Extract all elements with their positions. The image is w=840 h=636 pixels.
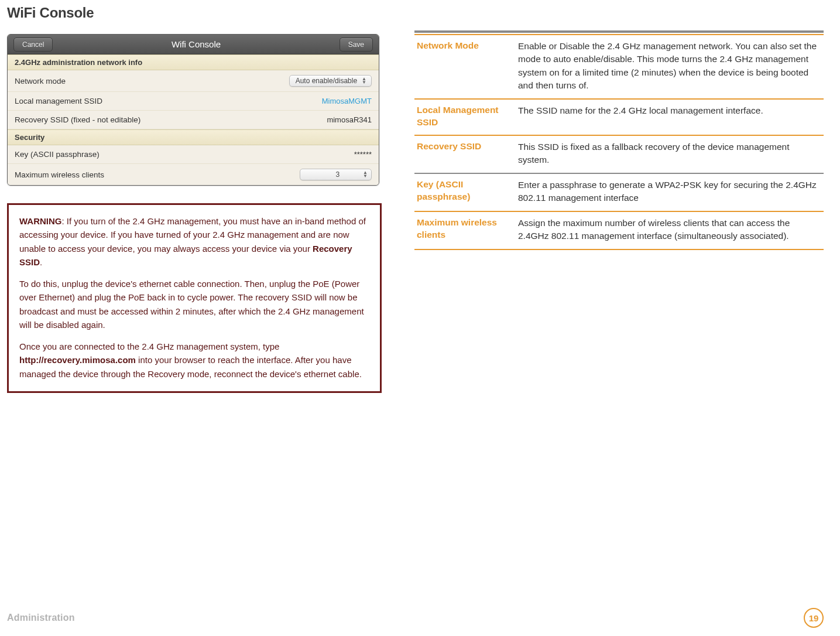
def-desc: Assign the maximum number of wireless cl… xyxy=(518,217,821,243)
local-ssid-label: Local management SSID xyxy=(15,97,102,105)
def-desc: This SSID is fixed as a fallback recover… xyxy=(518,141,821,167)
network-mode-select[interactable]: Auto enable/disable ▲▼ xyxy=(289,75,372,87)
warning-bold: WARNING xyxy=(19,216,62,226)
def-desc: The SSID name for the 2.4 GHz local mana… xyxy=(518,104,821,129)
section-security: Security xyxy=(8,129,379,145)
def-term: Key (ASCII passphrase) xyxy=(417,179,508,205)
def-term: Recovery SSID xyxy=(417,141,508,167)
recovery-url-bold: http://recovery.mimosa.com xyxy=(19,355,136,365)
table-top-rule xyxy=(414,30,824,33)
wifi-console-screenshot: Cancel Wifi Console Save 2.4GHz administ… xyxy=(7,34,379,186)
panel-title: Wifi Console xyxy=(172,39,221,49)
save-button[interactable]: Save xyxy=(340,37,373,52)
warning-text-3a: Once you are connected to the 2.4 GHz ma… xyxy=(19,341,279,351)
key-masked-value[interactable]: ****** xyxy=(354,150,372,159)
def-term: Maximum wireless clients xyxy=(417,217,508,243)
recovery-ssid-value: mimosaR341 xyxy=(327,115,372,124)
def-desc: Enter a passphrase to generate a WPA2-PS… xyxy=(518,179,821,205)
network-mode-value: Auto enable/disable xyxy=(296,77,357,85)
footer-section-label: Administration xyxy=(7,613,75,623)
max-clients-stepper[interactable]: 3 ▲▼ xyxy=(300,169,372,180)
table-bottom-rule xyxy=(414,249,824,250)
def-desc: Enable or Disable the 2.4 GHz management… xyxy=(518,40,821,93)
local-ssid-value[interactable]: MimosaMGMT xyxy=(322,97,372,105)
updown-icon: ▲▼ xyxy=(363,171,368,178)
recovery-ssid-label: Recovery SSID (fixed - not editable) xyxy=(15,115,140,124)
warning-text-1-tail: . xyxy=(40,257,42,267)
warning-box: WARNING: If you turn of the 2.4 GHz mana… xyxy=(7,203,382,393)
network-mode-label: Network mode xyxy=(15,77,66,86)
section-admin-info: 2.4GHz administration network info xyxy=(8,54,379,70)
key-label: Key (ASCII passphrase) xyxy=(15,150,100,159)
max-clients-label: Maximum wireless clients xyxy=(15,170,104,179)
cancel-button[interactable]: Cancel xyxy=(13,37,53,52)
max-clients-value: 3 xyxy=(335,170,340,179)
updown-icon: ▲▼ xyxy=(362,77,366,84)
def-term: Network Mode xyxy=(417,40,508,93)
warning-text-2: To do this, unplug the device's ethernet… xyxy=(19,277,369,331)
page-number-badge: 19 xyxy=(804,608,824,628)
def-term: Local Management SSID xyxy=(417,104,508,129)
page-title: WiFi Console xyxy=(7,5,824,21)
definition-table: Network Mode Enable or Disable the 2.4 G… xyxy=(414,30,824,250)
